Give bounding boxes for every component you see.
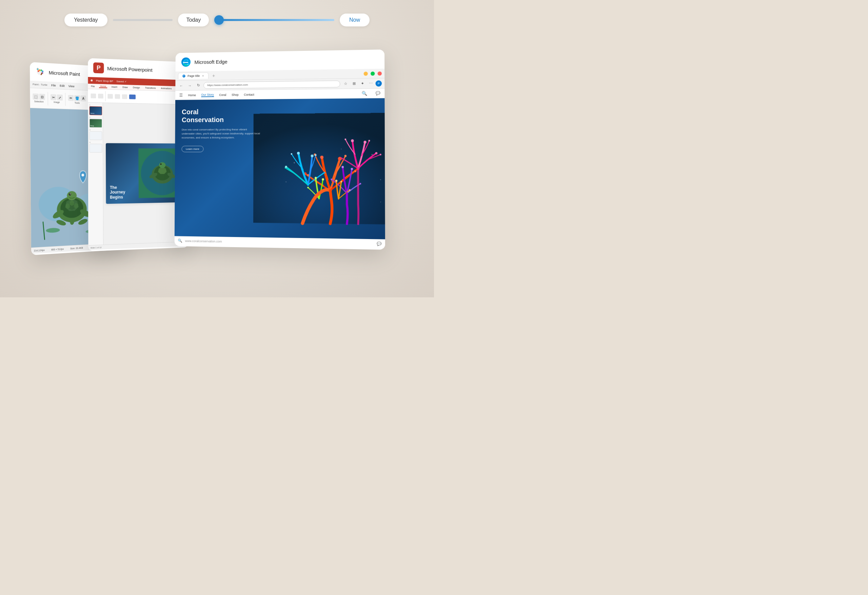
timeline-track-right[interactable] bbox=[214, 19, 334, 21]
paint-menu-file[interactable]: File bbox=[51, 83, 56, 87]
edge-extensions-btn[interactable]: ⋯ bbox=[367, 80, 374, 87]
edge-hamburger-icon[interactable]: ☰ bbox=[179, 93, 183, 97]
ppt-ribbon-tools bbox=[88, 89, 188, 105]
ppt-card-content: Plant Shop BP Saved ✓ Search File Home I… bbox=[88, 77, 189, 250]
timeline-track-left[interactable] bbox=[113, 19, 173, 21]
ppt-slide-num-2: 2 bbox=[90, 116, 101, 118]
edge-window: Page title ✕ + ← → ↻ bbox=[175, 69, 385, 248]
timeline-thumb[interactable] bbox=[214, 15, 224, 25]
cards-container: Microsoft Paint Paint - Turtle File Edit… bbox=[31, 51, 403, 271]
ppt-tool-4[interactable] bbox=[115, 94, 120, 99]
edge-card-title: Microsoft Edge bbox=[194, 59, 227, 65]
edge-website-hero: Coral Conservation Dive into coral conse… bbox=[175, 98, 385, 239]
ppt-slide-4-container: 4 bbox=[90, 142, 102, 152]
ppt-saved-label: Saved ✓ bbox=[116, 80, 127, 83]
ppt-window: Plant Shop BP Saved ✓ Search File Home I… bbox=[88, 77, 189, 250]
ppt-slide-thumb-4[interactable] bbox=[90, 144, 102, 152]
ppt-tool-5[interactable] bbox=[122, 94, 127, 99]
paint-image-label: Image bbox=[53, 101, 60, 103]
edge-search-icon[interactable]: 🔍 bbox=[362, 91, 367, 96]
edge-tab[interactable]: Page title ✕ bbox=[178, 72, 208, 79]
svg-point-62 bbox=[297, 152, 300, 155]
now-label: Now bbox=[340, 13, 370, 27]
paint-status-coords: 214,124px bbox=[34, 249, 45, 252]
ppt-tab-animations[interactable]: Animations bbox=[160, 87, 173, 90]
edge-site-description: Dive into coral conservation! By protect… bbox=[182, 127, 261, 140]
ppt-slide-view: TheJourneyBegins bbox=[106, 143, 186, 204]
edge-back-btn[interactable]: ← bbox=[178, 82, 185, 89]
paint-text-icon[interactable]: A bbox=[80, 95, 86, 101]
ppt-content-area: 1 Journey 2 Energy bbox=[88, 102, 189, 245]
ppt-red-dot bbox=[90, 79, 93, 81]
edge-address-bar[interactable]: https://www.coralconservation.com bbox=[204, 80, 340, 89]
paint-tools-label: Tools bbox=[75, 102, 80, 104]
svg-point-70 bbox=[359, 183, 361, 185]
edge-refresh-btn[interactable]: ↻ bbox=[195, 82, 201, 89]
paint-title-text: Paint - Turtle bbox=[32, 83, 47, 86]
svg-point-71 bbox=[314, 177, 317, 179]
svg-point-60 bbox=[368, 140, 370, 142]
ppt-card-header: P Microsoft Powerpoint bbox=[88, 58, 187, 80]
edge-status-chat-icon: 💬 bbox=[377, 242, 382, 247]
svg-point-58 bbox=[375, 152, 377, 155]
svg-point-75 bbox=[340, 181, 342, 182]
svg-point-80 bbox=[285, 182, 286, 182]
edge-nav-home[interactable]: Home bbox=[188, 93, 196, 97]
paint-resize-icon[interactable]: ⤢ bbox=[57, 94, 63, 101]
paint-fill-icon[interactable]: 🪣 bbox=[74, 95, 80, 101]
edge-forward-btn[interactable]: → bbox=[186, 82, 193, 89]
edge-favicon bbox=[182, 74, 186, 78]
paint-crop-icon[interactable]: ✂ bbox=[50, 94, 56, 100]
svg-point-42 bbox=[160, 164, 161, 165]
ppt-slide-thumb-2[interactable]: Energy bbox=[90, 119, 102, 127]
edge-nav-ourstory[interactable]: Our Story bbox=[201, 93, 214, 97]
paint-pencil-icon[interactable]: ✏ bbox=[68, 95, 74, 101]
paint-menu-edit[interactable]: Edit bbox=[60, 84, 65, 87]
svg-point-74 bbox=[335, 180, 338, 182]
edge-nav-coral[interactable]: Coral bbox=[219, 93, 226, 96]
svg-point-79 bbox=[380, 179, 381, 180]
ppt-tab-insert[interactable]: Insert bbox=[111, 86, 118, 89]
edge-nav-shop[interactable]: Shop bbox=[232, 93, 239, 96]
ppt-tool-2[interactable] bbox=[98, 94, 103, 98]
edge-nav-contact[interactable]: Contact bbox=[244, 93, 254, 96]
edge-collections-btn[interactable]: ⊞ bbox=[351, 80, 357, 87]
svg-point-72 bbox=[322, 178, 324, 181]
paint-menu-view[interactable]: View bbox=[68, 84, 75, 88]
svg-point-61 bbox=[380, 154, 381, 156]
svg-point-53 bbox=[344, 155, 347, 157]
edge-site-title: Coral Conservation bbox=[182, 108, 261, 124]
ppt-tab-design[interactable]: Design bbox=[132, 86, 141, 89]
edge-profile-btn[interactable]: P bbox=[375, 80, 382, 86]
powerpoint-card: P Microsoft Powerpoint Plant Shop BP Sav… bbox=[88, 58, 189, 251]
svg-line-11 bbox=[43, 222, 45, 240]
ppt-tab-home[interactable]: Home bbox=[99, 85, 107, 89]
edge-minimize-btn[interactable] bbox=[364, 72, 368, 75]
ppt-tool-1[interactable] bbox=[90, 93, 96, 98]
edge-close-btn[interactable] bbox=[378, 71, 382, 75]
ppt-tab-draw[interactable]: Draw bbox=[121, 86, 128, 89]
ppt-slide-thumb-1[interactable]: Journey bbox=[90, 106, 102, 115]
ppt-slide-3-container: 3 bbox=[90, 129, 101, 140]
paint-icon bbox=[35, 66, 46, 78]
edge-tab-close-btn[interactable]: ✕ bbox=[202, 74, 204, 77]
edge-learn-more-btn[interactable]: Learn more bbox=[182, 146, 204, 152]
edge-toolbar-actions: ☆ ⊞ ✦ ⋯ P bbox=[342, 80, 382, 87]
paint-selection-icon[interactable]: ⬚ bbox=[32, 94, 38, 100]
ppt-slide-2-container: 2 Energy bbox=[90, 116, 101, 127]
yesterday-label: Yesterday bbox=[64, 13, 108, 27]
ppt-tool-accent[interactable] bbox=[129, 94, 136, 99]
edge-new-tab-btn[interactable]: + bbox=[210, 73, 217, 78]
paint-selection-label: Selection bbox=[34, 100, 44, 103]
paint-lasso-icon[interactable]: ⊡ bbox=[39, 94, 45, 100]
edge-favorites-btn[interactable]: ☆ bbox=[342, 80, 349, 87]
ppt-tool-3[interactable] bbox=[108, 94, 113, 99]
ppt-tab-transitions[interactable]: Transitions bbox=[144, 87, 156, 90]
edge-chat-icon[interactable]: 💬 bbox=[376, 91, 381, 95]
ppt-tab-file[interactable]: File bbox=[90, 85, 96, 87]
svg-point-59 bbox=[344, 139, 346, 140]
edge-copilot-btn[interactable]: ✦ bbox=[359, 80, 366, 87]
edge-maximize-btn[interactable] bbox=[371, 72, 375, 75]
svg-point-76 bbox=[349, 189, 351, 191]
ppt-slide-thumb-3[interactable] bbox=[90, 131, 102, 140]
